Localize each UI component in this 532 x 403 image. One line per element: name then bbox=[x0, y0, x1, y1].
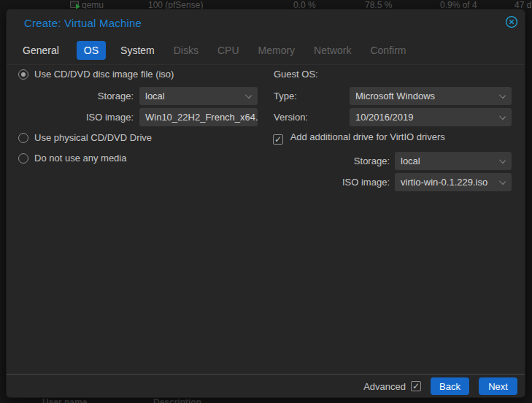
virtio-checkbox-label: Add additional drive for VirtIO drivers bbox=[290, 131, 445, 142]
next-button[interactable]: Next bbox=[479, 377, 517, 395]
storage-label-left: Storage: bbox=[7, 87, 134, 105]
bg-col-description: Description bbox=[153, 397, 201, 403]
bg-vm-cpu: 0.0 % bbox=[293, 0, 316, 9]
bg-vm-disk: 0.9% of 4 bbox=[440, 0, 477, 9]
radio-physical-drive[interactable] bbox=[18, 133, 28, 143]
chevron-down-icon bbox=[499, 113, 506, 120]
bg-vm-uptime: 47 d bbox=[514, 0, 531, 9]
tab-system[interactable]: System bbox=[120, 41, 155, 60]
dialog-header: Create: Virtual Machine bbox=[7, 9, 525, 36]
bg-vm-mem: 78.5 % bbox=[365, 0, 392, 9]
iso-image-select-right[interactable]: virtio-win-0.1.229.iso bbox=[395, 173, 512, 191]
advanced-label: Advanced bbox=[363, 381, 406, 392]
chevron-down-icon bbox=[499, 157, 506, 164]
guest-os-heading: Guest OS: bbox=[274, 69, 318, 80]
os-type-select-value: Microsoft Windows bbox=[355, 91, 435, 101]
radio-use-iso[interactable] bbox=[18, 69, 28, 80]
dialog-body: Use CD/DVD disc image file (iso) Storage… bbox=[7, 65, 525, 374]
tab-disks: Disks bbox=[174, 41, 198, 60]
close-icon[interactable] bbox=[504, 15, 519, 29]
chevron-down-icon bbox=[245, 92, 252, 99]
radio-row-no-media[interactable]: Do not use any media bbox=[18, 153, 126, 164]
iso-image-label-right: ISO image: bbox=[298, 173, 390, 191]
storage-select-left[interactable]: local bbox=[139, 87, 258, 105]
background-vm-row: qemu 100 (pfSense) 0.0 % 78.5 % 0.9% of … bbox=[0, 0, 532, 9]
storage-select-left-value: local bbox=[145, 91, 165, 101]
iso-image-select-left[interactable]: Win10_22H2_French_x64.iso bbox=[139, 108, 258, 126]
storage-label-right: Storage: bbox=[298, 152, 390, 170]
virtio-checkbox-row[interactable]: ✓ Add additional drive for VirtIO driver… bbox=[273, 131, 445, 145]
tab-memory: Memory bbox=[258, 41, 296, 60]
radio-physical-drive-label: Use physical CD/DVD Drive bbox=[34, 132, 152, 143]
os-version-select[interactable]: 10/2016/2019 bbox=[350, 108, 512, 126]
tab-general[interactable]: General bbox=[23, 41, 59, 60]
tab-cpu: CPU bbox=[217, 41, 239, 60]
tab-os[interactable]: OS bbox=[77, 41, 106, 60]
os-version-select-value: 10/2016/2019 bbox=[355, 112, 414, 123]
bg-col-user-name: User name bbox=[42, 397, 87, 403]
wizard-tabbar: General OS System Disks CPU Memory Netwo… bbox=[7, 36, 525, 65]
chevron-down-icon bbox=[499, 178, 506, 185]
radio-no-media-label: Do not use any media bbox=[34, 153, 126, 164]
tab-network: Network bbox=[314, 41, 351, 60]
back-button[interactable]: Back bbox=[431, 377, 469, 395]
tab-confirm: Confirm bbox=[370, 41, 406, 60]
os-type-select[interactable]: Microsoft Windows bbox=[350, 87, 512, 105]
storage-select-right[interactable]: local bbox=[395, 152, 512, 170]
type-label: Type: bbox=[274, 87, 297, 105]
advanced-checkbox[interactable]: ✓ bbox=[411, 381, 421, 391]
bg-vm-type: qemu bbox=[82, 0, 104, 9]
bg-vm-id: 100 (pfSense) bbox=[148, 0, 203, 9]
radio-no-media[interactable] bbox=[18, 153, 28, 164]
storage-select-right-value: local bbox=[401, 156, 420, 166]
vm-running-icon bbox=[70, 1, 79, 8]
background-table-headers: User name Description bbox=[0, 397, 532, 403]
radio-row-iso[interactable]: Use CD/DVD disc image file (iso) bbox=[18, 69, 174, 80]
chevron-down-icon bbox=[499, 92, 506, 99]
radio-use-iso-label: Use CD/DVD disc image file (iso) bbox=[34, 69, 174, 80]
radio-row-physical[interactable]: Use physical CD/DVD Drive bbox=[18, 132, 152, 143]
version-label: Version: bbox=[274, 108, 308, 126]
iso-image-label-left: ISO image: bbox=[7, 108, 134, 126]
dialog-title: Create: Virtual Machine bbox=[24, 17, 142, 29]
iso-image-select-right-value: virtio-win-0.1.229.iso bbox=[401, 177, 487, 188]
iso-image-select-left-value: Win10_22H2_French_x64.iso bbox=[145, 112, 258, 123]
virtio-checkbox[interactable]: ✓ bbox=[273, 134, 283, 145]
dialog-footer: Advanced ✓ Back Next bbox=[7, 374, 525, 398]
create-vm-dialog: Create: Virtual Machine General OS Syste… bbox=[6, 9, 525, 398]
